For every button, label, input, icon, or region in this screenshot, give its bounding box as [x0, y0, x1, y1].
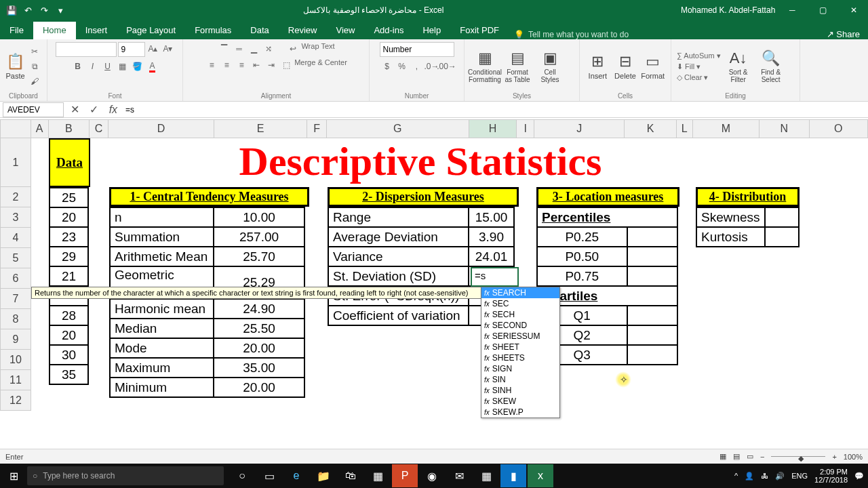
name-box[interactable] — [3, 102, 64, 117]
fill-button[interactable]: ⬇ Fill ▾ — [677, 62, 721, 71]
col-D[interactable]: D — [108, 119, 214, 138]
col-L[interactable]: L — [677, 119, 693, 138]
tab-home[interactable]: Home — [33, 22, 76, 39]
formula-input[interactable]: =s — [121, 105, 868, 115]
align-center-icon[interactable]: ≡ — [220, 58, 233, 72]
font-color-icon[interactable]: A — [146, 60, 159, 73]
fdrop-item[interactable]: fxSHEET — [481, 342, 559, 352]
app-icon[interactable]: ▦ — [365, 464, 391, 487]
paste-button[interactable]: 📋Paste — [5, 53, 25, 80]
fdrop-item[interactable]: fxSKEW.P — [481, 407, 559, 418]
tab-addins[interactable]: Add-ins — [364, 22, 413, 39]
font-size[interactable] — [118, 42, 145, 57]
tab-file[interactable]: File — [0, 22, 33, 39]
fdrop-item[interactable]: fxSINH — [481, 385, 559, 396]
italic-button[interactable]: I — [86, 60, 100, 73]
indent-dec-icon[interactable]: ⇤ — [250, 58, 263, 72]
align-mid-icon[interactable]: ═ — [232, 42, 245, 56]
col-I[interactable]: I — [517, 119, 534, 138]
tray-people-icon[interactable]: 👤 — [745, 472, 754, 481]
col-N[interactable]: N — [760, 119, 810, 138]
calc-icon[interactable]: ▦ — [473, 464, 499, 487]
view-layout-icon[interactable]: ▤ — [733, 452, 740, 461]
select-all-corner[interactable] — [0, 119, 31, 138]
tell-me[interactable]: 💡Tell me what you want to do — [514, 30, 629, 39]
view-break-icon[interactable]: ▭ — [747, 452, 753, 461]
chrome-icon[interactable]: ◉ — [419, 464, 445, 487]
row-7[interactable]: 7 — [0, 289, 31, 309]
tab-formulas[interactable]: Formulas — [185, 22, 241, 39]
comma-icon[interactable]: , — [410, 60, 424, 73]
row-6[interactable]: 6 — [0, 268, 31, 289]
enter-formula-icon[interactable]: ✓ — [85, 103, 102, 116]
clear-button[interactable]: ◇ Clear ▾ — [677, 73, 721, 82]
fdrop-item[interactable]: fxSECOND — [481, 320, 559, 331]
app2-icon[interactable]: ▮ — [500, 464, 526, 487]
grow-font-icon[interactable]: A▴ — [146, 42, 160, 56]
row-12[interactable]: 12 — [0, 390, 31, 411]
col-E[interactable]: E — [214, 119, 307, 138]
save-icon[interactable]: 💾 — [5, 5, 18, 16]
bold-button[interactable]: B — [71, 60, 85, 73]
row-5[interactable]: 5 — [0, 248, 31, 268]
row-1[interactable]: 1 — [0, 138, 31, 187]
fdrop-search[interactable]: fxSEARCH — [481, 287, 559, 298]
formula-autocomplete[interactable]: fxSEARCH fxSEC fxSECH fxSECOND fxSERIESS… — [481, 287, 560, 418]
ppt-icon[interactable]: P — [392, 464, 418, 487]
col-F[interactable]: F — [307, 119, 327, 138]
explorer-icon[interactable]: 📁 — [311, 464, 336, 487]
orient-icon[interactable]: ⤭ — [262, 42, 275, 56]
fmt-table-button[interactable]: ▤Format as Table — [502, 49, 532, 83]
col-K[interactable]: K — [625, 119, 677, 138]
tray-vol-icon[interactable]: 🔊 — [775, 472, 785, 481]
store-icon[interactable]: 🛍 — [338, 464, 363, 487]
painter-icon[interactable]: 🖌 — [28, 75, 41, 88]
copy-icon[interactable]: ⧉ — [28, 60, 41, 73]
border-icon[interactable]: ▦ — [116, 60, 130, 73]
row-8[interactable]: 8 — [0, 309, 31, 329]
cond-fmt-button[interactable]: ▦Conditional Formatting — [470, 49, 500, 83]
fdrop-item[interactable]: fxSERIESSUM — [481, 331, 559, 342]
tab-view[interactable]: View — [326, 22, 364, 39]
start-button[interactable]: ⊞ — [0, 470, 27, 483]
tray-time[interactable]: 2:09 PM — [814, 468, 848, 476]
currency-icon[interactable]: $ — [380, 60, 394, 73]
maximize-icon[interactable]: ▢ — [809, 5, 837, 15]
zoom-in-icon[interactable]: + — [832, 453, 836, 461]
col-B[interactable]: B — [49, 119, 90, 138]
format-cells-button[interactable]: ▭Format — [640, 53, 665, 80]
align-right-icon[interactable]: ≡ — [235, 58, 248, 72]
font-family[interactable] — [56, 42, 117, 57]
align-top-icon[interactable]: ▔ — [217, 42, 231, 56]
close-icon[interactable]: ✕ — [840, 5, 868, 15]
tray-lang[interactable]: ENG — [791, 472, 808, 480]
tab-foxit[interactable]: Foxit PDF — [450, 22, 509, 39]
underline-button[interactable]: U — [101, 60, 115, 73]
zoom-level[interactable]: 100% — [844, 453, 863, 461]
fdrop-item[interactable]: fxSIN — [481, 374, 559, 385]
fx-icon[interactable]: fx — [105, 104, 121, 116]
taskview-icon[interactable]: ▭ — [256, 464, 282, 487]
edge-icon[interactable]: e — [283, 464, 309, 487]
wrap-icon[interactable]: ↩ — [286, 42, 300, 56]
tray-net-icon[interactable]: 🖧 — [761, 472, 768, 480]
fdrop-item[interactable]: fxSEC — [481, 298, 559, 309]
active-cell[interactable]: =s — [471, 267, 519, 287]
share-button[interactable]: ↗ Share — [827, 29, 860, 39]
fdrop-item[interactable]: fxSECH — [481, 309, 559, 320]
dec-dec-icon[interactable]: .00→ — [440, 60, 454, 73]
taskbar-search[interactable]: ○Type here to search — [27, 466, 224, 485]
col-H[interactable]: H — [469, 119, 517, 138]
row-2[interactable]: 2 — [0, 187, 31, 207]
redo-icon[interactable]: ↷ — [38, 5, 50, 16]
align-bot-icon[interactable]: ▁ — [247, 42, 260, 56]
fdrop-item[interactable]: fxSHEETS — [481, 352, 559, 363]
shrink-font-icon[interactable]: A▾ — [161, 42, 175, 56]
excel-icon[interactable]: x — [528, 464, 553, 487]
undo-icon[interactable]: ↶ — [22, 5, 34, 16]
merge-icon[interactable]: ⬚ — [279, 58, 293, 72]
tray-notif-icon[interactable]: 💬 — [854, 472, 864, 481]
fdrop-item[interactable]: fxSIGN — [481, 363, 559, 374]
zoom-out-icon[interactable]: − — [760, 453, 764, 461]
tab-page-layout[interactable]: Page Layout — [117, 22, 185, 39]
